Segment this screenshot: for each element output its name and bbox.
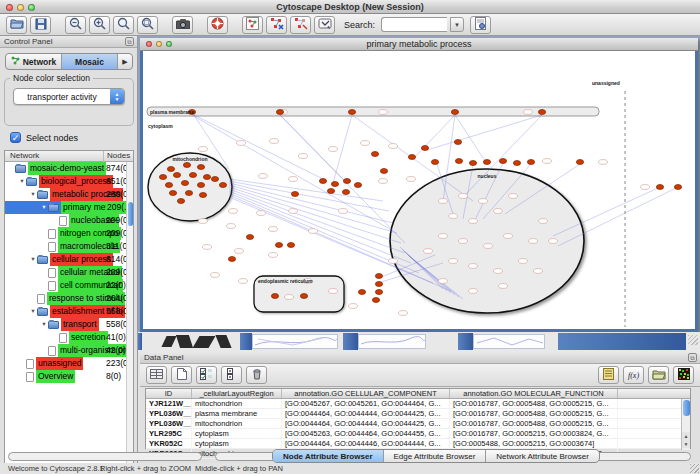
node-transporter[interactable] <box>343 179 350 184</box>
cell[interactable]: cytoplasm <box>192 429 282 438</box>
function-builder-button[interactable]: f(x) <box>623 366 644 384</box>
network-overview-button[interactable] <box>242 16 263 34</box>
node-transporter[interactable] <box>327 189 334 194</box>
node-unselected[interactable] <box>494 209 503 214</box>
advanced-search-button[interactable] <box>470 16 491 34</box>
node-transporter[interactable] <box>197 183 204 188</box>
node-transporter[interactable] <box>408 155 415 160</box>
node-unselected[interactable] <box>211 273 220 278</box>
node-unselected[interactable] <box>449 259 458 264</box>
node-transporter[interactable] <box>483 160 490 165</box>
node-transporter[interactable] <box>211 177 218 182</box>
node-unselected[interactable] <box>289 209 298 214</box>
search-dropdown-arrow[interactable]: ▼ <box>450 17 464 32</box>
tree-expander-icon[interactable]: ▼ <box>40 318 48 331</box>
cell[interactable]: [GO:0016787, GO:0005488, GO:0005215, G..… <box>450 419 618 428</box>
annotation-button[interactable] <box>314 16 335 34</box>
cell[interactable]: YLR295C <box>146 429 192 438</box>
tab-network[interactable]: Network <box>6 54 62 69</box>
node-transporter[interactable] <box>246 235 253 240</box>
node-transporter[interactable] <box>276 110 283 115</box>
node-transporter[interactable] <box>185 191 192 196</box>
node-transporter[interactable] <box>165 183 172 188</box>
node-transporter[interactable] <box>291 192 298 197</box>
node-unselected[interactable] <box>504 234 513 239</box>
tree-row-nitrogen-compo[interactable]: nitrogen compo209(0) <box>5 227 133 240</box>
cell[interactable]: mitochondrion <box>192 399 282 408</box>
save-button[interactable] <box>30 16 51 34</box>
node-transporter[interactable] <box>342 190 349 195</box>
edge[interactable] <box>229 189 405 253</box>
node-transporter[interactable] <box>275 243 282 248</box>
data-panel-float-icon[interactable]: ⧉ <box>688 353 697 362</box>
node-transporter[interactable] <box>287 243 294 248</box>
network-window-titlebar[interactable]: primary metabolic process <box>140 38 698 51</box>
matrix-button[interactable] <box>673 366 694 384</box>
node-transporter[interactable] <box>380 169 387 174</box>
attribute-table-button[interactable] <box>146 366 167 384</box>
node-unselected[interactable] <box>469 219 478 224</box>
tree-row-metabolic-process[interactable]: ▼metabolic process280(0) <box>5 188 133 201</box>
node-unselected[interactable] <box>439 199 448 204</box>
tab-network-attribute-browser[interactable]: Network Attribute Browser <box>486 450 598 462</box>
tab-edge-attribute-browser[interactable]: Edge Attribute Browser <box>384 450 487 462</box>
zoom-out-button[interactable] <box>65 16 86 34</box>
tree-row-macromolecule[interactable]: macromolecule311(0) <box>5 240 133 253</box>
cell[interactable]: [GO:0044464, GO:0044444, GO:0044425, G..… <box>282 409 450 418</box>
import-attributes-button[interactable] <box>648 366 669 384</box>
tree-row-cellular-metabol[interactable]: cellular metabol209(0) <box>5 266 133 279</box>
node-unselected[interactable] <box>499 284 508 289</box>
zoom-button[interactable] <box>28 4 35 11</box>
column-header-2[interactable]: annotation.GO CELLULAR_COMPONENT <box>282 389 450 398</box>
zoom-in-button[interactable] <box>89 16 110 34</box>
edge[interactable] <box>229 187 401 243</box>
edge[interactable] <box>229 181 389 211</box>
node-unselected[interactable] <box>469 289 478 294</box>
select-nodes-checkbox[interactable]: ✓ <box>10 132 21 143</box>
node-unselected[interactable] <box>534 269 543 274</box>
node-unselected[interactable] <box>484 244 493 249</box>
node-transporter[interactable] <box>354 183 361 188</box>
net-close-button[interactable] <box>146 41 152 47</box>
node-transporter[interactable] <box>674 185 681 190</box>
node-unselected[interactable] <box>459 194 468 199</box>
node-unselected[interactable] <box>329 289 338 294</box>
node-transporter[interactable] <box>527 160 534 165</box>
node-unselected[interactable] <box>449 214 458 219</box>
node-transporter[interactable] <box>181 181 188 186</box>
node-unselected[interactable] <box>237 141 246 146</box>
node-unselected[interactable] <box>299 154 308 159</box>
node-unselected[interactable] <box>459 239 468 244</box>
node-unselected[interactable] <box>235 249 244 254</box>
close-button[interactable] <box>6 4 13 11</box>
tree-expander-icon[interactable]: ▼ <box>29 253 37 266</box>
node-transporter[interactable] <box>300 294 307 299</box>
cell[interactable]: plasma membrane <box>192 409 282 418</box>
tabs-scroll-right-button[interactable]: ▶ <box>118 54 132 69</box>
node-unselected[interactable] <box>524 110 533 115</box>
edge[interactable] <box>413 115 455 159</box>
window-controls[interactable] <box>6 4 35 11</box>
node-unselected[interactable] <box>229 209 238 214</box>
cell[interactable]: YKR052C <box>146 439 192 448</box>
cell[interactable]: [GO:0016787, GO:0005215, GO:0003824, G..… <box>450 429 618 438</box>
scroll-down-icon[interactable]: ▼ <box>682 440 690 448</box>
node-unselected[interactable] <box>439 234 448 239</box>
node-transporter[interactable] <box>375 290 382 295</box>
snapshot-button[interactable] <box>172 16 193 34</box>
node-transporter[interactable] <box>199 193 206 198</box>
node-unselected[interactable] <box>399 311 408 316</box>
node-unselected[interactable] <box>509 194 518 199</box>
node-unselected[interactable] <box>285 295 294 300</box>
node-unselected[interactable] <box>199 147 208 152</box>
node-unselected[interactable] <box>479 199 488 204</box>
node-transporter[interactable] <box>197 165 204 170</box>
node-unselected[interactable] <box>529 239 538 244</box>
destroy-view-button[interactable] <box>290 16 311 34</box>
search-input[interactable] <box>381 17 447 32</box>
tree-row-nucleobase-[interactable]: nucleobase-209(0) <box>5 214 133 227</box>
node-transporter[interactable] <box>183 163 190 168</box>
node-transporter[interactable] <box>576 160 583 165</box>
node-unselected[interactable] <box>424 249 433 254</box>
node-transporter[interactable] <box>228 257 235 262</box>
